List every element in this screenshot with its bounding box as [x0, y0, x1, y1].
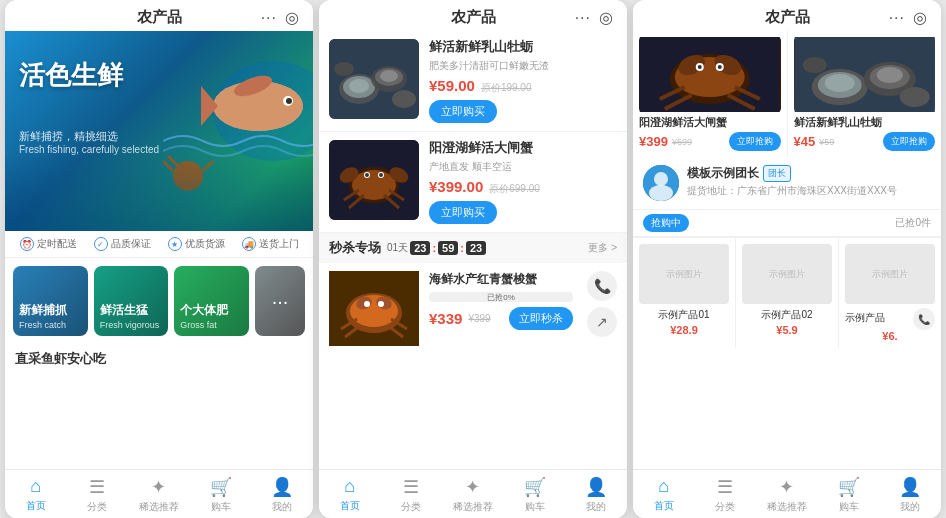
- svg-point-19: [334, 62, 354, 76]
- grid-price-2: ¥6.: [882, 330, 897, 342]
- buy-button-2[interactable]: 立即购买: [429, 201, 497, 224]
- product-1-price-row: ¥59.00 原价199.00: [429, 77, 617, 95]
- nav-home-3[interactable]: ⌂ 首页: [633, 476, 695, 514]
- p3-original-1: ¥59: [819, 137, 834, 147]
- home-icon-3: ⌂: [658, 476, 669, 497]
- phone-1-title: 农产品: [59, 8, 261, 27]
- p3-btn-1[interactable]: 立即抢购: [883, 132, 935, 151]
- phone-1: 农产品 ··· ◎ 活色生鲜 新鲜捕捞，精挑细选 Fresh fishing, …: [5, 0, 313, 518]
- icon-item-quality: ✓ 品质保证: [87, 237, 157, 251]
- grid-item-1: 示例图片 示例产品02 ¥5.9: [736, 238, 838, 348]
- phone-icon-small[interactable]: 📞: [913, 308, 935, 330]
- cat-name-2: 个大体肥: [180, 302, 243, 319]
- oyster-image: [329, 39, 419, 119]
- p3-crab-image: [639, 37, 781, 112]
- p3-price-0: ¥399: [639, 134, 668, 149]
- nav-category-1[interactable]: ☰ 分类: [67, 476, 129, 514]
- phone-2: 农产品 ··· ◎: [319, 0, 627, 518]
- rush-button[interactable]: 抢购中: [643, 214, 689, 232]
- nav-home-2[interactable]: ⌂ 首页: [319, 476, 381, 514]
- product-card-oyster: 鲜活新鲜乳山牡蛎 肥美多汁清甜可口鲜嫩无渣 ¥59.00 原价199.00 立即…: [319, 31, 627, 132]
- nav-category-3[interactable]: ☰ 分类: [695, 476, 757, 514]
- nav-profile-2[interactable]: 👤 我的: [565, 476, 627, 514]
- phone-3-body: 阳澄湖鲜活大闸蟹 ¥399 ¥699 立即抢购: [633, 31, 941, 469]
- p3-product-name-1: 鲜活新鲜乳山牡蛎: [794, 116, 936, 129]
- cat-card-gross-fat[interactable]: 个大体肥 Gross fat: [174, 266, 249, 336]
- p3-price-row-0: ¥399 ¥699 立即抢购: [639, 132, 781, 151]
- nav-category-label-3: 分类: [715, 500, 735, 514]
- nav-recommend-1[interactable]: ✦ 稀选推荐: [128, 476, 190, 514]
- nav-home-label-3: 首页: [654, 499, 674, 513]
- p3-oyster-image: [794, 37, 936, 112]
- target-icon-3[interactable]: ◎: [913, 8, 927, 27]
- product-grid: 示例图片 示例产品01 ¥28.9 示例图片 示例产品02 ¥5.9 示例图片: [633, 237, 941, 348]
- quality-icon: ✓: [94, 237, 108, 251]
- flash-buy-button[interactable]: 立即秒杀: [509, 307, 573, 330]
- home-icon-1: ⌂: [30, 476, 41, 497]
- flash-more-link[interactable]: 更多 >: [588, 241, 617, 255]
- cat-sub-0: Fresh catch: [19, 320, 82, 330]
- product-1-title: 鲜活新鲜乳山牡蛎: [429, 39, 617, 56]
- recommend-icon-1: ✦: [151, 476, 166, 498]
- dots-icon-2[interactable]: ···: [575, 9, 591, 27]
- nav-recommend-2[interactable]: ✦ 稀选推荐: [442, 476, 504, 514]
- share-icon[interactable]: ↗: [587, 307, 617, 337]
- banner-sub-text: 新鲜捕捞，精挑细选: [19, 129, 118, 144]
- phone-call-icon[interactable]: 📞: [587, 271, 617, 301]
- cat-card-fresh-catch[interactable]: 新鲜捕抓 Fresh catch: [13, 266, 88, 336]
- flash-sale-card: 海鲜水产红青蟹梭蟹 已抢0% ¥339 ¥399 立即秒杀 📞 ↗: [319, 263, 627, 354]
- nav-home-1[interactable]: ⌂ 首页: [5, 476, 67, 514]
- nav-cart-2[interactable]: 🛒 购车: [504, 476, 566, 514]
- grid-price-1: ¥5.9: [776, 324, 797, 336]
- product-1-original: 原价199.00: [481, 81, 532, 95]
- dots-icon[interactable]: ···: [261, 9, 277, 27]
- p3-btn-0[interactable]: 立即抢购: [729, 132, 781, 151]
- nav-recommend-3[interactable]: ✦ 稀选推荐: [756, 476, 818, 514]
- top-products-grid: 阳澄湖鲜活大闸蟹 ¥399 ¥699 立即抢购: [633, 31, 941, 157]
- profile-icon-2: 👤: [585, 476, 607, 498]
- grid-price-0: ¥28.9: [670, 324, 698, 336]
- phone-2-body: 鲜活新鲜乳山牡蛎 肥美多汁清甜可口鲜嫩无渣 ¥59.00 原价199.00 立即…: [319, 31, 627, 469]
- cat-card-more[interactable]: ···: [255, 266, 305, 336]
- grid-img-label-1: 示例图片: [769, 268, 805, 281]
- recommend-icon-3: ✦: [779, 476, 794, 498]
- icon-item-delivery: ⏰ 定时配送: [13, 237, 83, 251]
- grid-img-label-2: 示例图片: [872, 268, 908, 281]
- nav-profile-1[interactable]: 👤 我的: [251, 476, 313, 514]
- cat-sub-1: Fresh vigorous: [100, 320, 163, 330]
- p3-product-oyster: 鲜活新鲜乳山牡蛎 ¥45 ¥59 立即抢购: [788, 31, 942, 157]
- phone-3: 农产品 ··· ◎: [633, 0, 941, 518]
- nav-home-label-1: 首页: [26, 499, 46, 513]
- flash-title: 秒杀专场: [329, 239, 381, 257]
- grid-img-0: 示例图片: [639, 244, 729, 304]
- nav-cart-1[interactable]: 🛒 购车: [190, 476, 252, 514]
- cat-card-fresh-vigorous[interactable]: 鲜活生猛 Fresh vigorous: [94, 266, 169, 336]
- flash-price-row: ¥339 ¥399 立即秒杀: [429, 307, 573, 330]
- timer-box: 01天 23 : 59 : 23: [387, 241, 486, 255]
- nav-profile-3[interactable]: 👤 我的: [879, 476, 941, 514]
- svg-point-14: [349, 79, 369, 93]
- svg-point-35: [350, 295, 398, 327]
- product-2-desc: 产地直发 顺丰空运: [429, 160, 617, 173]
- nav-cart-3[interactable]: 🛒 购车: [818, 476, 880, 514]
- grid-name-1: 示例产品02: [761, 308, 812, 322]
- target-icon[interactable]: ◎: [285, 8, 299, 27]
- target-icon-2[interactable]: ◎: [599, 8, 613, 27]
- timer-minutes: 59: [438, 241, 458, 255]
- svg-point-42: [364, 301, 370, 307]
- store-badge: 团长: [763, 165, 791, 182]
- banner: 活色生鲜 新鲜捕捞，精挑细选 Fresh fishing, carefully …: [5, 31, 313, 231]
- icon-item-ship: 🚚 送货上门: [235, 237, 305, 251]
- crab-image: [329, 140, 419, 220]
- nav-profile-label-2: 我的: [586, 500, 606, 514]
- icons-bar: ⏰ 定时配送 ✓ 品质保证 ★ 优质货源 🚚 送货上门: [5, 231, 313, 258]
- nav-category-label-2: 分类: [401, 500, 421, 514]
- phone-3-header: 农产品 ··· ◎: [633, 0, 941, 31]
- nav-category-2[interactable]: ☰ 分类: [381, 476, 443, 514]
- phone-3-bottom-nav: ⌂ 首页 ☰ 分类 ✦ 稀选推荐 🛒 购车 👤 我的: [633, 469, 941, 518]
- dots-icon-3[interactable]: ···: [889, 9, 905, 27]
- buy-button-1[interactable]: 立即购买: [429, 100, 497, 123]
- svg-point-55: [698, 65, 702, 69]
- svg-point-63: [876, 67, 902, 83]
- ship-icon: 🚚: [242, 237, 256, 251]
